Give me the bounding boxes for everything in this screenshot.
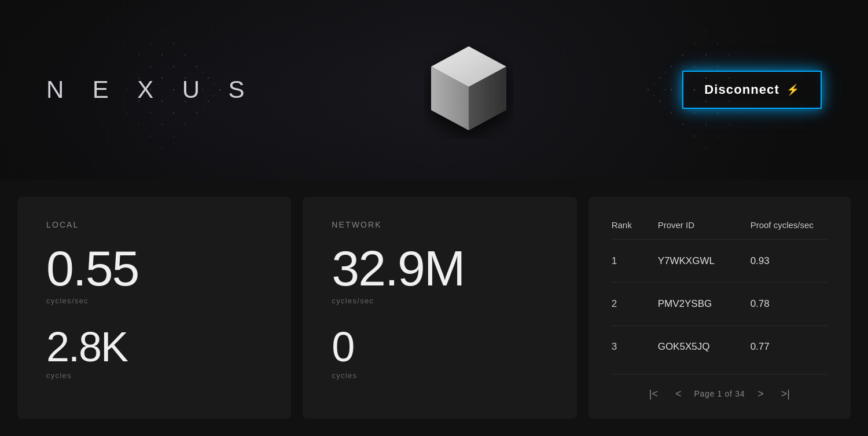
network-cycles-value: 0	[332, 326, 547, 368]
svg-point-29	[138, 124, 139, 125]
svg-point-79	[665, 107, 666, 108]
page-info: Page 1 of 34	[694, 389, 745, 398]
prover-id-cell: Y7WKXGWL	[658, 240, 751, 283]
svg-point-39	[202, 107, 203, 108]
svg-point-13	[173, 112, 174, 113]
col-proof-header: Proof cycles/sec	[751, 214, 827, 240]
svg-point-11	[173, 66, 174, 67]
col-prover-header: Prover ID	[658, 214, 751, 240]
network-stat-card: NETWORK 32.9M cycles/sec 0 cycles	[303, 197, 576, 419]
svg-point-41	[659, 78, 660, 79]
prover-id-cell: GOK5X5JQ	[658, 325, 751, 368]
svg-point-61	[717, 43, 718, 44]
network-card-title: NETWORK	[332, 220, 547, 229]
local-card-title: LOCAL	[46, 220, 262, 229]
rank-cell: 2	[612, 283, 658, 325]
svg-point-65	[717, 135, 718, 137]
svg-point-30	[127, 66, 128, 67]
svg-point-5	[196, 112, 197, 113]
svg-point-64	[717, 112, 718, 113]
svg-point-76	[653, 95, 654, 96]
svg-point-75	[653, 83, 654, 85]
svg-point-44	[671, 89, 672, 90]
svg-point-66	[729, 54, 730, 56]
table-row: 2 PMV2YSBG 0.78	[612, 283, 827, 325]
svg-point-46	[682, 54, 683, 56]
disconnect-label: Disconnect	[704, 82, 779, 97]
svg-point-20	[161, 147, 163, 148]
svg-point-19	[161, 124, 163, 125]
proof-cycles-cell: 0.78	[751, 283, 827, 325]
svg-point-53	[694, 112, 695, 113]
svg-point-15	[161, 31, 163, 32]
disconnect-button[interactable]: Disconnect ⚡	[682, 71, 822, 109]
local-cycles-unit: cycles	[46, 371, 262, 380]
svg-point-40	[648, 89, 649, 90]
svg-point-59	[705, 124, 707, 125]
table-row: 1 Y7WKXGWL 0.93	[612, 240, 827, 283]
leaderboard-panel: Rank Prover ID Proof cycles/sec 1 Y7WKXG…	[589, 197, 851, 419]
rank-cell: 3	[612, 325, 658, 368]
col-rank-header: Rank	[612, 214, 658, 240]
svg-point-24	[150, 112, 151, 113]
last-page-button[interactable]: >|	[777, 386, 795, 401]
proof-cycles-cell: 0.77	[751, 325, 827, 368]
svg-point-72	[740, 112, 741, 113]
svg-point-26	[138, 54, 139, 56]
svg-point-10	[173, 43, 174, 44]
first-page-button[interactable]: |<	[645, 386, 663, 401]
svg-point-16	[161, 54, 163, 56]
svg-point-3	[196, 66, 197, 67]
local-cycles-per-sec-unit: cycles/sec	[46, 296, 262, 305]
hero-section: N E X U S	[0, 0, 868, 179]
nexus-logo: N E X U S	[46, 76, 255, 104]
svg-point-69	[729, 124, 730, 125]
local-cycles-value: 2.8K	[46, 326, 262, 368]
table-row: 3 GOK5X5JQ 0.77	[612, 325, 827, 368]
proof-cycles-cell: 0.93	[751, 240, 827, 283]
svg-point-21	[150, 43, 151, 44]
svg-point-55	[705, 31, 707, 32]
pagination: |< < Page 1 of 34 > >|	[612, 374, 827, 401]
svg-point-49	[682, 124, 683, 125]
svg-point-45	[671, 112, 672, 113]
svg-point-51	[694, 66, 695, 67]
svg-point-43	[671, 66, 672, 67]
svg-point-77	[665, 72, 666, 73]
svg-point-42	[659, 101, 660, 102]
svg-point-54	[694, 135, 695, 137]
network-cycles-per-sec-value: 32.9M	[332, 243, 547, 293]
svg-point-25	[150, 135, 151, 137]
leaderboard-table: Rank Prover ID Proof cycles/sec 1 Y7WKXG…	[612, 214, 827, 368]
svg-point-22	[150, 66, 151, 67]
svg-point-70	[740, 66, 741, 67]
svg-point-60	[705, 147, 707, 148]
next-page-button[interactable]: >	[753, 386, 768, 401]
rank-cell: 1	[612, 240, 658, 283]
prev-page-button[interactable]: <	[671, 386, 686, 401]
svg-point-37	[202, 72, 203, 73]
network-cycles-unit: cycles	[332, 371, 547, 380]
svg-point-14	[173, 135, 174, 137]
network-cycles-per-sec-unit: cycles/sec	[332, 296, 547, 305]
svg-point-6	[185, 54, 186, 56]
svg-point-50	[694, 43, 695, 44]
prover-id-cell: PMV2YSBG	[658, 283, 751, 325]
svg-point-56	[705, 54, 707, 56]
svg-point-78	[665, 89, 666, 90]
plug-icon: ⚡	[786, 83, 800, 96]
svg-point-9	[185, 124, 186, 125]
svg-point-62	[717, 66, 718, 67]
main-content: LOCAL 0.55 cycles/sec 2.8K cycles NETWOR…	[0, 179, 868, 436]
local-stat-card: LOCAL 0.55 cycles/sec 2.8K cycles	[17, 197, 291, 419]
cube-3d	[417, 32, 521, 148]
svg-point-32	[127, 112, 128, 113]
local-cycles-per-sec-value: 0.55	[46, 243, 262, 293]
